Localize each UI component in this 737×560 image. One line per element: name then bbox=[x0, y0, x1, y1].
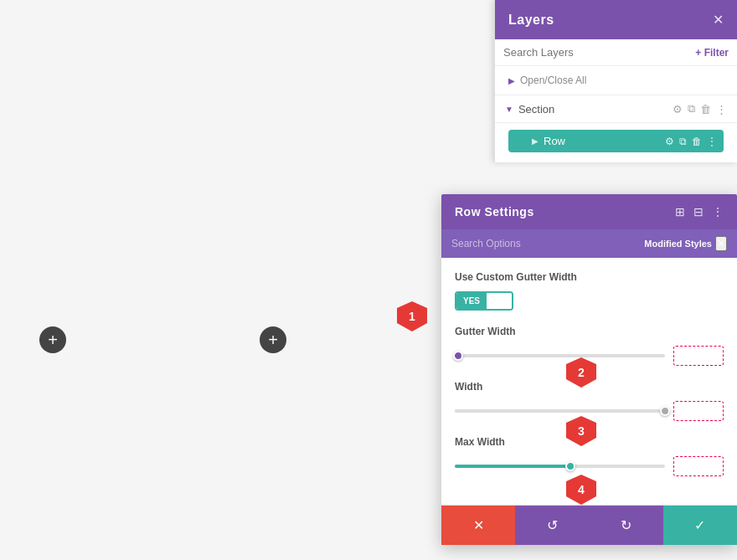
layers-search-input[interactable] bbox=[503, 46, 690, 59]
layers-close-button[interactable]: ✕ bbox=[713, 12, 724, 28]
row-settings-search-row: Modified Styles ✕ bbox=[441, 229, 737, 258]
toggle-switch[interactable]: YES bbox=[455, 291, 513, 311]
modified-styles-badge: Modified Styles ✕ bbox=[644, 236, 727, 251]
layers-filter-button[interactable]: + Filter bbox=[695, 47, 729, 59]
row-settings-footer: ✕ ↺ ↻ ✓ bbox=[441, 505, 737, 545]
row-row[interactable]: ▶ Row ⚙ ⧉ 🗑 ⋮ bbox=[508, 130, 724, 152]
max-width-thumb[interactable] bbox=[565, 461, 575, 471]
row-more-icon[interactable]: ⋮ bbox=[707, 136, 717, 147]
gutter-width-label: Gutter Width bbox=[455, 326, 724, 337]
section-delete-icon[interactable]: 🗑 bbox=[700, 103, 711, 116]
gutter-width-thumb[interactable] bbox=[453, 351, 463, 361]
section-row: ▼ Section ⚙ ⧉ 🗑 ⋮ bbox=[495, 95, 737, 123]
row-duplicate-icon[interactable]: ⧉ bbox=[679, 136, 687, 147]
modified-styles-close-button[interactable]: ✕ bbox=[715, 236, 727, 251]
row-settings-more-icon[interactable]: ⋮ bbox=[712, 205, 724, 218]
layers-open-close-row[interactable]: ▶ Open/Close All bbox=[495, 66, 737, 95]
section-chevron-icon[interactable]: ▼ bbox=[505, 105, 513, 114]
annotation-1: 1 bbox=[394, 300, 430, 337]
width-fill bbox=[455, 409, 665, 413]
row-settings-redo-button[interactable]: ↻ bbox=[590, 506, 663, 545]
layers-title: Layers bbox=[508, 13, 554, 28]
row-settings-save-button[interactable]: ✓ bbox=[663, 506, 737, 545]
max-width-fill bbox=[455, 465, 570, 468]
annotation-2: 2 bbox=[563, 356, 600, 393]
row-settings-header: Row Settings ⊞ ⊟ ⋮ bbox=[441, 194, 737, 229]
row-chevron-icon: ▶ bbox=[532, 136, 539, 146]
row-label: Row bbox=[544, 135, 660, 147]
add-section-btn-right[interactable]: + bbox=[260, 326, 286, 353]
svg-text:2: 2 bbox=[578, 366, 585, 379]
section-more-icon[interactable]: ⋮ bbox=[716, 103, 727, 116]
section-settings-icon[interactable]: ⚙ bbox=[673, 103, 683, 116]
modified-styles-text: Modified Styles bbox=[644, 239, 712, 249]
row-settings-search-input[interactable] bbox=[451, 238, 644, 249]
svg-text:3: 3 bbox=[578, 424, 585, 438]
svg-text:1: 1 bbox=[409, 310, 415, 323]
toggle-row: YES bbox=[455, 291, 724, 311]
layers-panel: Layers ✕ + Filter ▶ Open/Close All ▼ Sec… bbox=[494, 0, 737, 162]
width-input[interactable]: 100% bbox=[673, 401, 724, 421]
section-label: Section bbox=[518, 103, 667, 116]
width-thumb[interactable] bbox=[660, 406, 670, 416]
row-delete-icon[interactable]: 🗑 bbox=[692, 136, 702, 147]
row-settings-responsive-icon[interactable]: ⊞ bbox=[675, 205, 685, 218]
row-settings-title: Row Settings bbox=[455, 205, 534, 218]
gutter-width-track bbox=[455, 354, 665, 357]
gutter-width-input[interactable]: 1 bbox=[673, 346, 724, 366]
row-settings-columns-icon[interactable]: ⊟ bbox=[693, 205, 704, 218]
use-custom-gutter-label: Use Custom Gutter Width bbox=[455, 271, 724, 283]
max-width-track bbox=[455, 465, 665, 468]
row-settings-cancel-button[interactable]: ✕ bbox=[441, 506, 515, 545]
annotation-3: 3 bbox=[563, 414, 600, 451]
layers-search-row: + Filter bbox=[495, 39, 737, 66]
width-track bbox=[455, 409, 665, 413]
section-duplicate-icon[interactable]: ⧉ bbox=[688, 102, 695, 116]
svg-text:4: 4 bbox=[578, 483, 585, 496]
toggle-yes-button[interactable]: YES bbox=[456, 293, 487, 309]
open-close-chevron-icon: ▶ bbox=[508, 76, 515, 85]
add-section-btn-left[interactable]: + bbox=[39, 326, 66, 353]
toggle-no-button[interactable] bbox=[487, 293, 512, 309]
annotation-4: 4 bbox=[563, 473, 600, 510]
row-icons: ⚙ ⧉ 🗑 ⋮ bbox=[665, 136, 717, 147]
max-width-input[interactable]: 1200px bbox=[673, 456, 724, 476]
open-close-label: Open/Close All bbox=[520, 74, 586, 86]
row-settings-header-icons: ⊞ ⊟ ⋮ bbox=[675, 205, 724, 218]
row-settings-icon[interactable]: ⚙ bbox=[665, 136, 674, 147]
section-icons: ⚙ ⧉ 🗑 ⋮ bbox=[673, 102, 727, 116]
row-settings-undo-button[interactable]: ↺ bbox=[515, 506, 589, 545]
layers-header: Layers ✕ bbox=[495, 0, 737, 39]
